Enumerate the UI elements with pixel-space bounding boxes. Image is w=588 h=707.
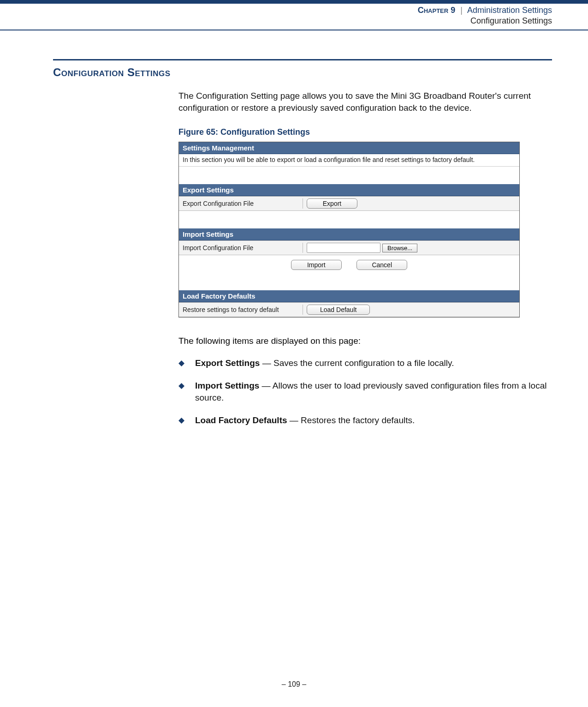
export-row: Export Configuration File Export (179, 196, 519, 211)
settings-management-heading: Settings Management (179, 142, 519, 154)
import-settings-heading: Import Settings (179, 228, 519, 240)
import-row: Import Configuration File Browse... (179, 240, 519, 255)
section-rule (53, 59, 552, 60)
import-button-row: Import Cancel (179, 255, 519, 273)
list-item: Load Factory Defaults — Restores the fac… (178, 414, 552, 427)
item-desc: — Restores the factory defaults. (287, 415, 415, 425)
export-button[interactable]: Export (307, 198, 357, 209)
top-accent-bar (0, 0, 588, 4)
figure-screenshot: Settings Management In this section you … (178, 142, 520, 318)
items-list: Export Settings — Saves the current conf… (178, 357, 552, 426)
export-label: Export Configuration File (183, 200, 303, 207)
import-button[interactable]: Import (291, 260, 342, 270)
header-line: Chapter 9 | Administration Settings (0, 4, 588, 16)
item-desc: — Saves the current configuration to a f… (260, 358, 454, 368)
item-name: Export Settings (195, 358, 260, 368)
chapter-label: Chapter 9 (418, 6, 455, 15)
figure-caption: Figure 65: Configuration Settings (178, 127, 552, 137)
load-default-button[interactable]: Load Default (307, 305, 370, 315)
export-settings-heading: Export Settings (179, 184, 519, 196)
item-name: Load Factory Defaults (195, 415, 287, 425)
page-number: – 109 – (0, 680, 588, 689)
browse-button[interactable]: Browse... (382, 244, 417, 252)
defaults-label: Restore settings to factory default (183, 306, 303, 313)
intro-paragraph: The Configuration Setting page allows yo… (178, 90, 552, 114)
defaults-heading: Load Factory Defaults (179, 290, 519, 302)
import-file-input[interactable] (307, 243, 380, 253)
list-item: Export Settings — Saves the current conf… (178, 357, 552, 370)
cancel-button[interactable]: Cancel (356, 260, 407, 270)
header-subtitle: Configuration Settings (0, 16, 588, 30)
settings-management-desc: In this section you will be able to expo… (179, 154, 519, 167)
items-intro: The following items are displayed on thi… (178, 336, 552, 346)
defaults-row: Restore settings to factory default Load… (179, 302, 519, 317)
section-heading: Configuration Settings (53, 66, 552, 79)
header-divider: | (460, 6, 463, 15)
header-title: Administration Settings (467, 6, 552, 15)
item-name: Import Settings (195, 381, 259, 390)
import-label: Import Configuration File (183, 244, 303, 252)
list-item: Import Settings — Allows the user to loa… (178, 380, 552, 404)
